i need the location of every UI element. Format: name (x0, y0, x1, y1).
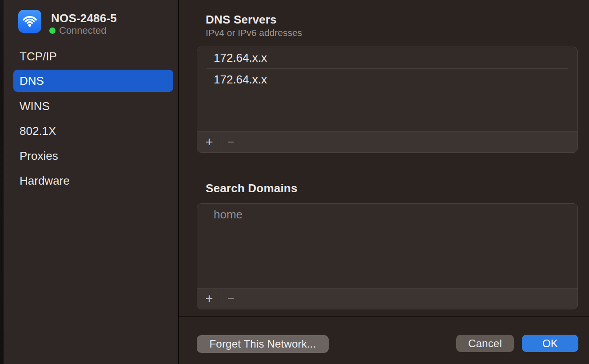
dns-list-toolbar: + − (197, 131, 577, 152)
sidebar-item-label: Proxies (20, 149, 58, 163)
sidebar-item-wins[interactable]: WINS (13, 95, 173, 117)
dns-server-value: 172.64.x.x (214, 73, 267, 87)
connection-status: Connected (49, 25, 106, 36)
add-dns-server-button[interactable]: + (201, 133, 218, 151)
dns-pane: DNS Servers IPv4 or IPv6 addresses 172.6… (179, 0, 589, 364)
toolbar-separator (220, 292, 220, 305)
dns-server-row[interactable]: 172.64.x.x (197, 47, 577, 68)
plus-icon: + (206, 136, 213, 149)
status-label: Connected (59, 25, 106, 36)
sidebar-item-label: Hardware (20, 174, 70, 188)
sidebar-item-label: WINS (20, 99, 50, 113)
minus-icon: − (227, 293, 235, 305)
remove-dns-server-button[interactable]: − (223, 133, 239, 151)
search-domain-row[interactable]: home (197, 204, 577, 225)
toolbar-separator (220, 135, 220, 149)
dns-servers-subtitle: IPv4 or IPv6 addresses (206, 28, 302, 38)
search-domain-value: home (214, 208, 243, 222)
window-edge-strip (0, 0, 4, 364)
dns-servers-list: 172.64.x.x 172.64.x.x + − (197, 47, 578, 153)
dns-server-row[interactable]: 172.64.x.x (197, 69, 577, 90)
sidebar-item-proxies[interactable]: Proxies (13, 145, 173, 167)
remove-search-domain-button[interactable]: − (223, 290, 239, 308)
wifi-icon (18, 10, 41, 33)
sidebar-item-label: DNS (20, 74, 44, 88)
sidebar-item-dns[interactable]: DNS (13, 70, 173, 92)
sidebar-item-8021x[interactable]: 802.1X (13, 120, 173, 142)
sidebar-item-hardware[interactable]: Hardware (13, 170, 173, 192)
dns-server-value: 172.64.x.x (214, 51, 267, 65)
add-search-domain-button[interactable]: + (201, 290, 218, 308)
network-details-window: NOS-2486-5 Connected TCP/IP DNS WINS 802… (0, 0, 589, 364)
search-domains-list: home + − (197, 203, 578, 309)
sidebar-item-tcpip[interactable]: TCP/IP (13, 45, 173, 67)
status-dot-icon (49, 28, 56, 34)
minus-icon: − (227, 136, 235, 148)
search-domains-title: Search Domains (206, 182, 298, 195)
ok-button[interactable]: OK (522, 335, 578, 352)
sidebar: NOS-2486-5 Connected TCP/IP DNS WINS 802… (4, 0, 178, 364)
cancel-button[interactable]: Cancel (456, 335, 514, 352)
sidebar-item-label: TCP/IP (20, 50, 57, 63)
search-domains-toolbar: + − (197, 288, 577, 309)
network-name: NOS-2486-5 (51, 12, 117, 25)
plus-icon: + (206, 293, 213, 305)
footer-divider (179, 316, 589, 317)
dns-servers-title: DNS Servers (206, 13, 277, 27)
sidebar-item-label: 802.1X (20, 124, 56, 138)
forget-network-button[interactable]: Forget This Network... (197, 335, 329, 353)
